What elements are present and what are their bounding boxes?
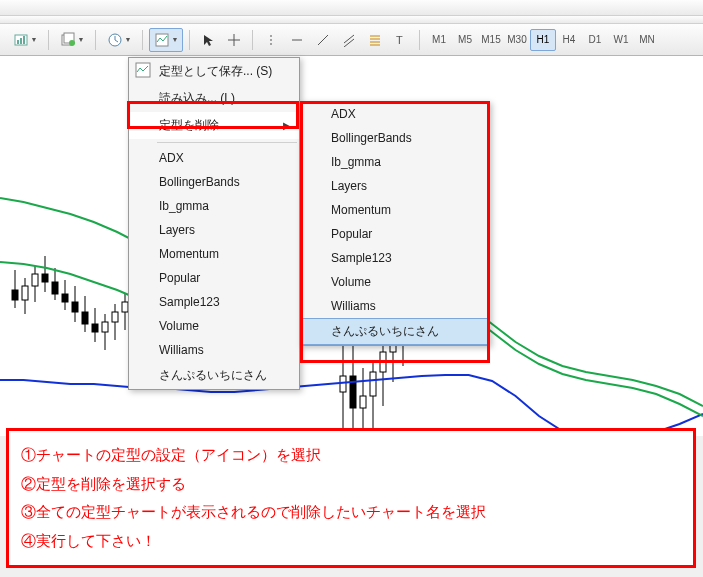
template-item[interactable]: Popular [129, 266, 299, 290]
menu-label: ADX [331, 107, 356, 121]
toolbar: ▼ ▼ ▼ ▼ T M1M5M15M30H1H4D1W1MN [0, 24, 703, 56]
menu-save-template[interactable]: 定型として保存... (S) [129, 58, 299, 85]
timeframe-m15[interactable]: M15 [478, 29, 504, 51]
template-item[interactable]: BollingerBands [129, 170, 299, 194]
delete-template-item[interactable]: Momentum [301, 198, 489, 222]
svg-rect-26 [32, 274, 38, 286]
svg-rect-36 [82, 312, 88, 324]
chevron-down-icon: ▼ [78, 36, 85, 43]
template-item[interactable]: Sample123 [129, 290, 299, 314]
menu-label: Layers [159, 223, 195, 237]
svg-rect-1 [17, 40, 19, 44]
timeframe-m5[interactable]: M5 [452, 29, 478, 51]
delete-template-item[interactable]: Sample123 [301, 246, 489, 270]
new-chart-button[interactable]: ▼ [8, 28, 42, 52]
svg-rect-30 [52, 282, 58, 294]
template-item[interactable]: ADX [129, 146, 299, 170]
svg-line-14 [344, 35, 354, 43]
toolbar-separator [142, 30, 143, 50]
svg-rect-3 [23, 36, 25, 44]
channel-tool[interactable] [337, 28, 361, 52]
timeframe-m1[interactable]: M1 [426, 29, 452, 51]
svg-rect-52 [370, 372, 376, 396]
delete-template-item[interactable]: BollingerBands [301, 126, 489, 150]
menu-label: 定型を削除 [159, 117, 219, 134]
menu-delete-template[interactable]: 定型を削除 ▶ [129, 112, 299, 139]
svg-rect-24 [22, 286, 28, 300]
menu-label: BollingerBands [159, 175, 240, 189]
templates-button[interactable]: ▼ [149, 28, 183, 52]
timeframe-mn[interactable]: MN [634, 29, 660, 51]
template-item[interactable]: Layers [129, 218, 299, 242]
periodicity-button[interactable]: ▼ [102, 28, 136, 52]
timeframe-h4[interactable]: H4 [556, 29, 582, 51]
delete-template-item[interactable]: Ib_gmma [301, 150, 489, 174]
timeframe-d1[interactable]: D1 [582, 29, 608, 51]
svg-rect-50 [360, 396, 366, 408]
svg-rect-40 [102, 322, 108, 332]
menu-label: Popular [159, 271, 200, 285]
save-template-icon [135, 62, 151, 81]
menu-label: Williams [159, 343, 204, 357]
menu-separator [157, 142, 297, 143]
menu-label: さんぷるいちにさん [331, 323, 439, 340]
timeframe-m30[interactable]: M30 [504, 29, 530, 51]
menu-label: BollingerBands [331, 131, 412, 145]
instruction-line: ②定型を削除を選択する [21, 470, 681, 499]
menu-label: 定型として保存... (S) [159, 63, 272, 80]
svg-rect-42 [112, 312, 118, 322]
menu-label: Ib_gmma [331, 155, 381, 169]
svg-rect-38 [92, 324, 98, 332]
svg-line-15 [344, 39, 354, 47]
delete-template-item[interactable]: さんぷるいちにさん [301, 318, 489, 345]
horizontal-line-tool[interactable] [285, 28, 309, 52]
menu-label: Sample123 [331, 251, 392, 265]
svg-rect-54 [380, 352, 386, 372]
vertical-line-tool[interactable] [259, 28, 283, 52]
trend-line-tool[interactable] [311, 28, 335, 52]
chevron-down-icon: ▼ [125, 36, 132, 43]
crosshair-tool[interactable] [222, 28, 246, 52]
delete-template-item[interactable]: Volume [301, 270, 489, 294]
menu-label: Volume [331, 275, 371, 289]
svg-rect-32 [62, 294, 68, 302]
template-item[interactable]: Volume [129, 314, 299, 338]
timeframe-w1[interactable]: W1 [608, 29, 634, 51]
delete-template-item[interactable]: ADX [301, 102, 489, 126]
profiles-button[interactable]: ▼ [55, 28, 89, 52]
text-label-tool[interactable]: T [389, 28, 413, 52]
menu-label: さんぷるいちにさん [159, 367, 267, 384]
toolbar-separator [48, 30, 49, 50]
toolbar-separator [252, 30, 253, 50]
delete-template-item[interactable]: Popular [301, 222, 489, 246]
timeframe-h1[interactable]: H1 [530, 29, 556, 51]
instructions-box: ①チャートの定型の設定（アイコン）を選択 ②定型を削除を選択する ③全ての定型チ… [6, 428, 696, 568]
templates-menu: 定型として保存... (S) 読み込み... (L) 定型を削除 ▶ ADXBo… [128, 57, 300, 390]
template-item[interactable]: Ib_gmma [129, 194, 299, 218]
fibonacci-tool[interactable] [363, 28, 387, 52]
toolbar-separator [95, 30, 96, 50]
menu-label: Momentum [159, 247, 219, 261]
template-item[interactable]: さんぷるいちにさん [129, 362, 299, 389]
instruction-line: ④実行して下さい！ [21, 527, 681, 556]
template-item[interactable]: Momentum [129, 242, 299, 266]
submenu-arrow-icon: ▶ [283, 120, 291, 131]
svg-rect-22 [12, 290, 18, 300]
window-titlebar [0, 0, 703, 16]
delete-template-item[interactable]: Williams [301, 294, 489, 318]
delete-template-item[interactable]: Layers [301, 174, 489, 198]
menubar [0, 16, 703, 24]
svg-rect-46 [340, 376, 346, 392]
chevron-down-icon: ▼ [31, 36, 38, 43]
svg-rect-2 [20, 38, 22, 44]
menu-label: Popular [331, 227, 372, 241]
svg-point-6 [69, 40, 75, 46]
svg-rect-34 [72, 302, 78, 312]
menu-label: Momentum [331, 203, 391, 217]
cursor-tool[interactable] [196, 28, 220, 52]
template-item[interactable]: Williams [129, 338, 299, 362]
instruction-line: ①チャートの定型の設定（アイコン）を選択 [21, 441, 681, 470]
svg-text:T: T [396, 34, 403, 46]
menu-label: Williams [331, 299, 376, 313]
menu-load-template[interactable]: 読み込み... (L) [129, 85, 299, 112]
